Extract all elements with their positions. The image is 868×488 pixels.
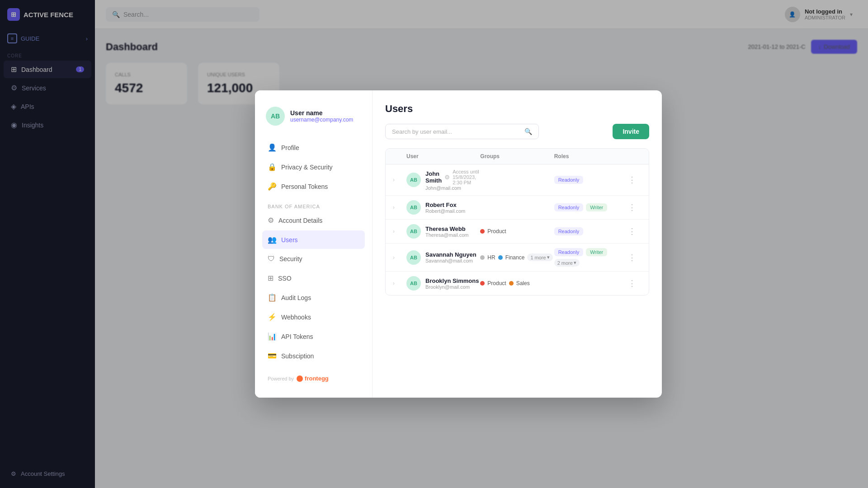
user-avatar-theresa: AB [406, 224, 421, 239]
row-expand-icon[interactable]: › [393, 280, 406, 286]
nav-item-label: Privacy & Security [281, 164, 333, 171]
tokens-icon: 🔑 [268, 182, 277, 191]
group-label-finance: Finance [505, 254, 525, 261]
user-email: John@mail.com [425, 185, 480, 191]
role-chip-readonly: Readonly [554, 248, 583, 256]
roles-cell: Readonly Writer 2 more ▾ [554, 248, 628, 267]
nav-item-security[interactable]: 🛡 Security [262, 250, 365, 268]
webhooks-icon: ⚡ [268, 313, 277, 321]
audit-logs-icon: 📋 [268, 293, 277, 302]
users-search-row: 🔍 Invite [385, 124, 649, 139]
panel-user-info: AB User name username@company.com [262, 101, 365, 131]
panel-title: Users [385, 103, 649, 115]
user-avatar-savannah: AB [406, 250, 421, 265]
role-chip-readonly: Readonly [554, 227, 583, 235]
nav-item-api-tokens[interactable]: 📊 API Tokens [262, 327, 365, 346]
invite-button[interactable]: Invite [613, 124, 649, 139]
more-groups-badge[interactable]: 1 more ▾ [527, 253, 552, 261]
roles-cell: Readonly [554, 176, 628, 184]
group-dot-product [480, 281, 485, 286]
api-tokens-icon: 📊 [268, 332, 277, 341]
user-cell: AB Robert Fox Robert@mail.com [406, 200, 480, 215]
subscription-icon: 💳 [268, 352, 277, 360]
user-avatar-robert: AB [406, 200, 421, 215]
user-email: Savannah@mail.com [425, 258, 476, 263]
frontegg-brand: frontegg [305, 375, 329, 382]
chevron-down-icon: ▾ [574, 260, 576, 266]
modal-overlay[interactable]: AB User name username@company.com 👤 Prof… [0, 0, 868, 488]
user-email: Robert@mail.com [425, 208, 465, 214]
powered-by: Powered by frontegg [262, 366, 365, 385]
row-expand-icon[interactable]: › [393, 177, 406, 183]
row-menu-icon[interactable]: ⋮ [628, 175, 642, 185]
table-row: › AB John Smith ⚙ Access until 15/8/2023… [386, 164, 649, 196]
row-menu-icon[interactable]: ⋮ [628, 278, 642, 288]
user-avatar-brooklyn: AB [406, 276, 421, 291]
nav-item-privacy[interactable]: 🔒 Privacy & Security [262, 158, 365, 176]
nav-item-subscription[interactable]: 💳 Subsciption [262, 347, 365, 365]
user-email: Brooklyn@mail.com [425, 284, 479, 290]
group-dot-hr [480, 255, 485, 260]
table-row: › AB Savannah Nguyen Savannah@mail.com H… [386, 244, 649, 272]
row-expand-icon[interactable]: › [393, 204, 406, 211]
col-user: User [406, 153, 480, 160]
nav-item-users[interactable]: 👥 Users [262, 230, 365, 249]
nav-item-label: Security [279, 255, 302, 263]
panel-avatar: AB [266, 107, 285, 126]
group-label: Product [487, 228, 506, 235]
table-row: › AB Robert Fox Robert@mail.com Readonly… [386, 196, 649, 220]
role-chip: Readonly [554, 176, 583, 184]
user-avatar-john: AB [406, 173, 421, 187]
users-table: User Groups Roles › AB John Smith ⚙ [385, 148, 649, 296]
users-icon: 👥 [268, 235, 277, 244]
group-label-hr: HR [487, 254, 495, 261]
nav-item-label: Profile [281, 144, 299, 151]
profile-icon: 👤 [268, 143, 277, 152]
users-search[interactable]: 🔍 [385, 124, 539, 139]
groups-cell: Product [480, 228, 554, 235]
row-expand-icon[interactable]: › [393, 254, 406, 261]
more-roles-badge[interactable]: 2 more ▾ [554, 259, 580, 267]
nav-item-tokens[interactable]: 🔑 Personal Tokens [262, 177, 365, 196]
account-details-icon: ⚙ [268, 216, 274, 225]
user-cell: AB John Smith ⚙ Access until 15/8/2023, … [406, 169, 480, 191]
users-search-input[interactable] [392, 128, 521, 135]
user-cell-info: John Smith ⚙ Access until 15/8/2023, 2:3… [425, 169, 480, 191]
user-name: John Smith ⚙ Access until 15/8/2023, 2:3… [425, 169, 480, 185]
row-expand-icon[interactable]: › [393, 228, 406, 235]
groups-cell: HR Finance 1 more ▾ [480, 253, 554, 261]
nav-item-account-details[interactable]: ⚙ Account Details [262, 211, 365, 230]
nav-item-label: Personal Tokens [281, 183, 328, 190]
col-roles: Roles [554, 153, 628, 160]
row-menu-icon[interactable]: ⋮ [628, 226, 642, 236]
search-magnifier-icon: 🔍 [524, 128, 532, 135]
nav-item-audit-logs[interactable]: 📋 Audit Logs [262, 288, 365, 307]
panel-email: username@company.com [290, 117, 353, 123]
nav-item-profile[interactable]: 👤 Profile [262, 138, 365, 157]
user-cell-info: Brooklyn Simmons Brooklyn@mail.com [425, 277, 479, 290]
role-chip-writer: Writer [586, 203, 607, 211]
nav-item-label: SSO [278, 275, 292, 282]
groups-cell: Product Sales [480, 280, 554, 286]
user-cell: AB Theresa Webb Theresa@mail.com [406, 224, 480, 239]
table-header: User Groups Roles [386, 149, 649, 164]
privacy-icon: 🔒 [268, 163, 277, 171]
nav-item-label: Webhooks [281, 314, 311, 321]
user-name: Theresa Webb [425, 225, 469, 232]
chevron-down-icon: ▾ [547, 254, 550, 260]
panel-username: User name [290, 109, 353, 117]
row-menu-icon[interactable]: ⋮ [628, 253, 642, 263]
role-chip-readonly: Readonly [554, 203, 583, 211]
frontegg-logo-icon [297, 375, 303, 382]
roles-cell: Readonly Writer [554, 203, 628, 211]
user-cell-info: Savannah Nguyen Savannah@mail.com [425, 251, 476, 263]
nav-item-webhooks[interactable]: ⚡ Webhooks [262, 308, 365, 326]
nav-item-label: Subsciption [281, 352, 314, 360]
user-settings-icon: ⚙ [444, 174, 450, 181]
row-menu-icon[interactable]: ⋮ [628, 202, 642, 212]
panel-nav: AB User name username@company.com 👤 Prof… [255, 90, 373, 398]
group-dot [480, 229, 485, 234]
table-row: › AB Theresa Webb Theresa@mail.com Produ… [386, 220, 649, 244]
nav-item-sso[interactable]: ⊞ SSO [262, 269, 365, 287]
panel-content: Users 🔍 Invite User Groups Roles [373, 90, 662, 398]
